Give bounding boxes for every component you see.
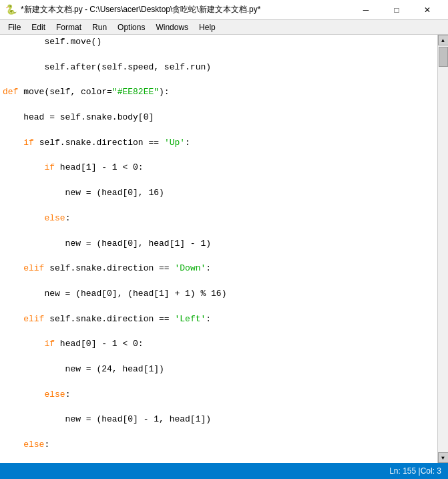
minimize-button[interactable]: ─ bbox=[351, 0, 381, 20]
editor-wrapper: self.move() self.after(self.speed, self.… bbox=[0, 35, 448, 463]
close-button[interactable]: ✕ bbox=[412, 0, 443, 20]
menu-edit[interactable]: Edit bbox=[26, 20, 51, 35]
scroll-thumb-area bbox=[438, 45, 448, 452]
scroll-down-button[interactable]: ▼ bbox=[438, 452, 449, 463]
title-bar-left: 🐍 *新建文本文档.py - C:\Users\acer\Desktop\贪吃蛇… bbox=[5, 4, 260, 15]
menu-run[interactable]: Run bbox=[87, 20, 112, 35]
menu-options[interactable]: Options bbox=[112, 20, 150, 35]
title-bar: 🐍 *新建文本文档.py - C:\Users\acer\Desktop\贪吃蛇… bbox=[0, 0, 448, 20]
scroll-thumb[interactable] bbox=[439, 47, 448, 67]
app-icon: 🐍 bbox=[5, 4, 17, 15]
code-editor[interactable]: self.move() self.after(self.speed, self.… bbox=[0, 35, 437, 463]
scroll-up-button[interactable]: ▲ bbox=[438, 35, 449, 45]
cursor-position: Ln: 155 |Col: 3 bbox=[389, 466, 441, 476]
menu-windows[interactable]: Windows bbox=[150, 20, 194, 35]
title-bar-controls: ─ □ ✕ bbox=[351, 0, 443, 20]
window-title: *新建文本文档.py - C:\Users\acer\Desktop\贪吃蛇\新… bbox=[21, 4, 260, 15]
status-bar: Ln: 155 |Col: 3 bbox=[0, 463, 448, 479]
maximize-button[interactable]: □ bbox=[381, 0, 412, 20]
menu-format[interactable]: Format bbox=[51, 20, 87, 35]
scrollbar[interactable]: ▲ ▼ bbox=[437, 35, 448, 463]
menu-bar: File Edit Format Run Options Windows Hel… bbox=[0, 20, 448, 35]
menu-file[interactable]: File bbox=[3, 20, 26, 35]
menu-help[interactable]: Help bbox=[194, 20, 221, 35]
